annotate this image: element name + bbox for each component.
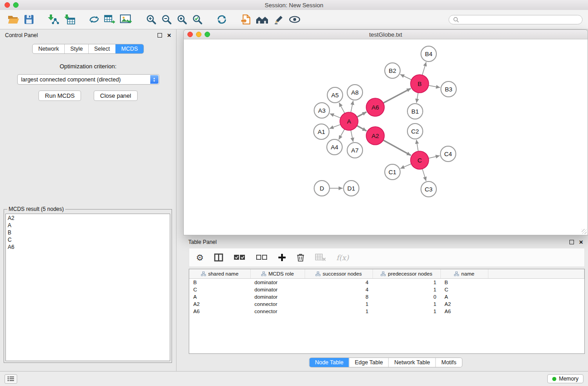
optimization-dropdown[interactable]: largest connected component (directed) ▴… [17,74,159,85]
panel-list-button[interactable] [5,374,17,384]
import-table-icon [64,14,75,25]
graph-edge-C-C4[interactable] [429,156,440,158]
graph-edge-B-B4[interactable] [422,62,426,75]
import-network-button[interactable] [45,11,62,28]
graph-edge-B-B1[interactable] [416,93,418,103]
graph-edge-A2-C[interactable] [383,140,411,156]
tab-motifs[interactable]: Motifs [435,358,462,367]
new-network-button[interactable] [86,11,102,28]
apply-layout-button[interactable] [214,11,229,28]
graph-edge-A6-B[interactable] [383,88,411,103]
graph-edge-A-A1[interactable] [330,124,341,129]
table-row[interactable]: A2connector11A2 [189,300,584,308]
tab-edge-table[interactable]: Edge Table [349,358,388,367]
search-icon [453,17,459,23]
graph-node-label: A1 [318,129,325,135]
column-header-successor-nodes[interactable]: successor nodes [305,269,373,279]
close-window-button[interactable] [5,2,10,8]
tab-mcds[interactable]: MCDS [115,44,143,53]
tab-network[interactable]: Network [33,44,64,53]
column-header-name[interactable]: name [440,269,488,279]
table-delete-icon [315,253,326,262]
table-row[interactable]: Bdominator41B [189,279,584,286]
table-row[interactable]: A6connector11A6 [189,308,584,315]
toggle-columns-button[interactable] [214,253,223,262]
graph-node-label: B [417,81,421,87]
search-input[interactable] [462,16,578,23]
mcds-result-item[interactable]: C [8,236,168,243]
column-header-predecessor-nodes[interactable]: predecessor nodes [373,269,440,279]
network-minimize-button[interactable] [196,32,201,37]
export-network-button[interactable] [239,11,253,28]
save-session-button[interactable] [22,11,36,28]
column-header-MCDS-role[interactable]: MCDS role [250,269,305,279]
select-all-button[interactable] [234,254,245,261]
mcds-result-item[interactable]: A6 [8,243,168,251]
graph-edge-A-A5[interactable] [339,103,345,114]
columns-icon [214,253,223,262]
graph-edge-B-B3[interactable] [429,86,440,88]
search-box[interactable] [449,15,583,24]
memory-button[interactable]: Memory [547,374,583,383]
export-image-button[interactable] [118,11,134,28]
tab-select[interactable]: Select [88,44,115,53]
folder-open-icon [8,15,19,24]
overview-button[interactable] [253,11,271,28]
mcds-result-item[interactable]: A2 [8,214,168,222]
mcds-result-list: A2ABCA6 [5,214,170,361]
graph-edge-C-C1[interactable] [400,164,411,168]
graph-edge-B-B2[interactable] [400,74,411,80]
zoom-window-button[interactable] [13,2,19,8]
float-table-panel-icon[interactable] [569,240,574,244]
graph-node-label: C [417,157,422,164]
dropdown-stepper-icon: ▴▾ [150,75,158,84]
mcds-result-item[interactable]: B [8,229,168,236]
graph-edge-A-A4[interactable] [339,129,344,139]
control-panel-title: Control Panel [5,32,38,38]
tab-style[interactable]: Style [64,44,88,53]
zoom-out-button[interactable] [159,11,174,28]
graph-edge-C-C2[interactable] [416,140,418,151]
table-panel-title: Table Panel [188,239,217,245]
annotations-button[interactable] [271,11,287,28]
float-panel-icon[interactable] [158,33,162,38]
table-row[interactable]: Cdominator41C [189,286,584,293]
add-column-button[interactable] [278,253,286,262]
zoom-out-icon [161,14,172,25]
visibility-button[interactable] [287,11,303,28]
graph-edge-A-A2[interactable] [357,126,367,131]
delete-button[interactable] [296,253,305,262]
graph-edge-A-A6[interactable] [357,112,367,117]
graph-node-label: A2 [372,133,379,139]
status-bar: Memory [0,371,588,386]
tab-node-table[interactable]: Node Table [310,358,349,367]
graph-edge-C-C3[interactable] [422,169,426,181]
function-builder-button[interactable]: f(x) [336,253,349,262]
close-table-panel-icon[interactable]: × [579,240,583,244]
zoom-selected-button[interactable] [190,11,205,28]
zoom-in-button[interactable] [143,11,159,28]
graph-edge-A-A7[interactable] [351,130,353,142]
column-header-shared-name[interactable]: shared name [189,269,250,279]
zoom-fit-button[interactable] [174,11,190,28]
node-table: shared nameMCDS rolesuccessor nodesprede… [189,269,585,354]
import-table-button[interactable] [62,11,77,28]
export-table-button[interactable] [102,11,118,28]
mcds-result-item[interactable]: A [8,222,168,229]
close-panel-button[interactable]: Close panel [94,91,138,101]
resize-grip-icon[interactable] [582,229,587,234]
graph-edge-A-A3[interactable] [330,114,341,118]
network-close-button[interactable] [187,32,193,37]
close-panel-icon[interactable]: × [167,33,171,38]
tab-network-table[interactable]: Network Table [388,358,435,367]
network-canvas[interactable]: B4B2BB3A8A5A6A3B1AC2A1A2A4A7C4CC1DD1C3 [183,39,588,235]
run-mcds-button[interactable]: Run MCDS [38,91,81,101]
table-panel-header: Table Panel × [183,236,588,248]
open-session-button[interactable] [5,11,22,28]
table-settings-button[interactable]: ⚙ [196,253,204,262]
deselect-all-button[interactable] [256,254,268,261]
table-row[interactable]: Adominator80A [189,293,584,300]
delete-table-button[interactable] [315,253,326,262]
graph-edge-A-A8[interactable] [351,101,353,113]
network-zoom-button[interactable] [205,32,210,37]
